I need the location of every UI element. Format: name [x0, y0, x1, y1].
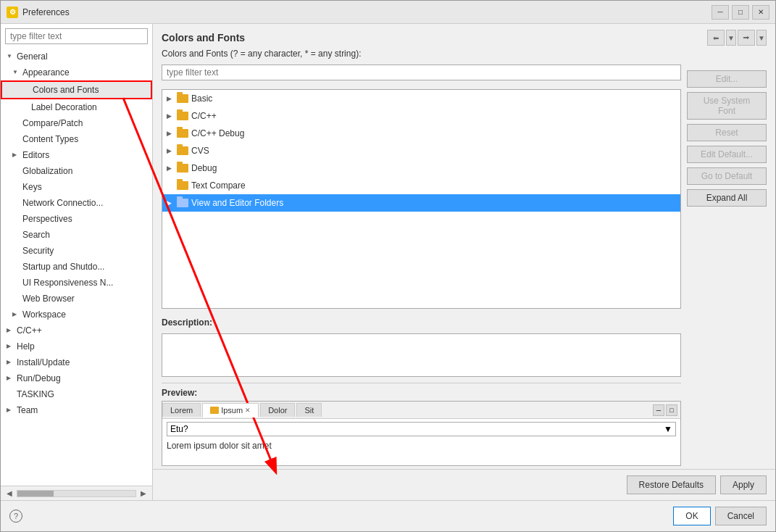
go-to-default-button[interactable]: Go to Default: [687, 167, 767, 185]
tree-item-team[interactable]: ▶ Team: [1, 402, 152, 418]
folder-icon-basic: [177, 94, 188, 103]
window-controls: ─ □ ✕: [712, 5, 769, 20]
tab-label-dolor: Dolor: [268, 406, 287, 415]
tree-item-compare-patch[interactable]: Compare/Patch: [1, 115, 152, 131]
folder-icon-debug: [177, 164, 188, 173]
left-panel: ▼ General ▼ Appearance Colors and Fonts …: [1, 24, 153, 500]
tree-label-general: General: [17, 50, 48, 63]
scroll-left-arrow[interactable]: ◀: [4, 489, 15, 497]
close-button[interactable]: ✕: [752, 5, 769, 20]
tree-label-team: Team: [17, 404, 38, 417]
tree-item-help[interactable]: ▶ Help: [1, 338, 152, 354]
tree-label-tasking: TASKING: [17, 388, 54, 401]
expand-debug: ▶: [167, 162, 177, 175]
tree-item-ui-responsiveness[interactable]: UI Responsiveness N...: [1, 275, 152, 291]
tree-item-editors[interactable]: ▶ Editors: [1, 147, 152, 163]
font-tree-cvs[interactable]: ▶ CVS: [162, 142, 680, 159]
font-tree-view-editor[interactable]: ▶ View and Editor Folders: [162, 194, 680, 212]
forward-dropdown-button[interactable]: ▼: [756, 30, 767, 46]
use-system-font-button[interactable]: Use System Font: [687, 92, 767, 120]
preview-tab-ipsum[interactable]: Ipsum ✕: [202, 403, 259, 417]
font-tree-basic[interactable]: ▶ Basic: [162, 90, 680, 107]
font-label-text-compare: Text Compare: [191, 179, 246, 192]
apply-button[interactable]: Apply: [720, 475, 767, 494]
tree-item-colors-fonts[interactable]: Colors and Fonts: [1, 80, 152, 99]
tree-item-tasking[interactable]: TASKING: [1, 386, 152, 402]
preview-content: Etu? ▼ Lorem ipsum dolor sit amet: [162, 419, 680, 455]
preview-tab-lorem[interactable]: Lorem: [162, 403, 201, 417]
tree-item-run-debug[interactable]: ▶ Run/Debug: [1, 370, 152, 386]
edit-default-button[interactable]: Edit Default...: [687, 146, 767, 163]
cancel-button[interactable]: Cancel: [715, 507, 767, 525]
scrollbar-thumb: [17, 491, 54, 496]
tree-label-globalization: Globalization: [22, 165, 72, 178]
right-action-buttons: Edit... Use System Font Reset Edit Defau…: [687, 49, 767, 466]
font-filter-input[interactable]: [162, 65, 681, 80]
tree-item-perspectives[interactable]: Perspectives: [1, 211, 152, 227]
preferences-dialog: ⚙ Preferences ─ □ ✕ ▼ General ▼ Appearan…: [0, 0, 776, 532]
tree-label-ui-responsiveness: UI Responsiveness N...: [22, 276, 113, 289]
tree-label-compare-patch: Compare/Patch: [22, 117, 83, 130]
expand-view-editor: ▶: [167, 196, 177, 209]
horizontal-scrollbar[interactable]: [17, 490, 136, 497]
tab-close-ipsum[interactable]: ✕: [245, 407, 251, 414]
back-button[interactable]: ⬅: [707, 30, 725, 46]
bottom-buttons: Restore Defaults Apply: [153, 469, 775, 500]
restore-defaults-button[interactable]: Restore Defaults: [627, 475, 716, 494]
tree-item-startup[interactable]: Startup and Shutdo...: [1, 259, 152, 275]
forward-button[interactable]: ⮕: [738, 30, 755, 46]
tree-item-network[interactable]: Network Connectio...: [1, 195, 152, 211]
tree-item-cpp[interactable]: ▶ C/C++: [1, 323, 152, 338]
preview-text: Lorem ipsum dolor sit amet: [167, 439, 676, 452]
navigation-tree: ▼ General ▼ Appearance Colors and Fonts …: [1, 49, 152, 486]
folder-icon-cpp-debug: [177, 129, 188, 138]
tree-item-label-decoration[interactable]: Label Decoration: [1, 99, 152, 115]
edit-button[interactable]: Edit...: [687, 70, 767, 88]
font-tree-cpp[interactable]: ▶ C/C++: [162, 107, 680, 125]
font-tree-debug[interactable]: ▶ Debug: [162, 159, 680, 177]
expand-all-button[interactable]: Expand All: [687, 189, 767, 207]
tree-item-install-update[interactable]: ▶ Install/Update: [1, 354, 152, 370]
tree-item-web-browser[interactable]: Web Browser: [1, 291, 152, 307]
expand-arrow-general: ▼: [7, 50, 15, 63]
tree-label-perspectives: Perspectives: [22, 212, 72, 225]
font-tree-cpp-debug[interactable]: ▶ C/C++ Debug: [162, 125, 680, 142]
tree-item-general[interactable]: ▼ General: [1, 49, 152, 65]
tree-item-security[interactable]: Security: [1, 243, 152, 259]
content-area: Colors and Fonts (? = any character, * =…: [153, 49, 775, 469]
expand-cpp: ▶: [167, 109, 177, 122]
tree-label-network: Network Connectio...: [22, 196, 103, 209]
tree-item-search[interactable]: Search: [1, 227, 152, 243]
filter-subtitle: Colors and Fonts (? = any character, * =…: [162, 49, 681, 59]
ok-button[interactable]: OK: [673, 507, 710, 525]
expand-arrow-install: ▶: [7, 356, 15, 369]
expand-cpp-debug: ▶: [167, 127, 177, 140]
tab-minimize-btn[interactable]: ─: [653, 404, 664, 416]
folder-icon-view-editor: [177, 199, 188, 207]
tree-item-content-types[interactable]: Content Types: [1, 131, 152, 147]
tree-label-security: Security: [22, 244, 54, 257]
tree-item-globalization[interactable]: Globalization: [1, 163, 152, 179]
preview-tab-sit[interactable]: Sit: [296, 403, 322, 417]
help-button[interactable]: ?: [9, 510, 22, 523]
left-filter-input[interactable]: [5, 28, 148, 44]
minimize-button[interactable]: ─: [712, 5, 729, 20]
back-dropdown-button[interactable]: ▼: [726, 30, 736, 46]
font-label-cpp: C/C++: [191, 109, 217, 122]
maximize-button[interactable]: □: [732, 5, 749, 20]
preview-dropdown[interactable]: Etu? ▼: [167, 422, 676, 436]
tree-item-appearance[interactable]: ▼ Appearance: [1, 65, 152, 80]
right-panel: Colors and Fonts ⬅ ▼ ⮕ ▼ Colors and Font…: [153, 24, 775, 500]
tree-label-search: Search: [22, 228, 50, 241]
description-label: Description:: [162, 317, 681, 328]
preview-tab-dolor[interactable]: Dolor: [260, 403, 295, 417]
scroll-right-arrow[interactable]: ▶: [138, 489, 149, 497]
tab-restore-btn[interactable]: □: [666, 404, 677, 416]
font-tree-text-compare[interactable]: Text Compare: [162, 177, 680, 194]
title-bar: ⚙ Preferences ─ □ ✕: [1, 1, 775, 24]
reset-button[interactable]: Reset: [687, 124, 767, 141]
tree-item-workspace[interactable]: ▶ Workspace: [1, 307, 152, 323]
tree-item-keys[interactable]: Keys: [1, 179, 152, 195]
nav-buttons: ⬅ ▼ ⮕ ▼: [707, 30, 767, 46]
tree-label-editors: Editors: [22, 149, 49, 162]
